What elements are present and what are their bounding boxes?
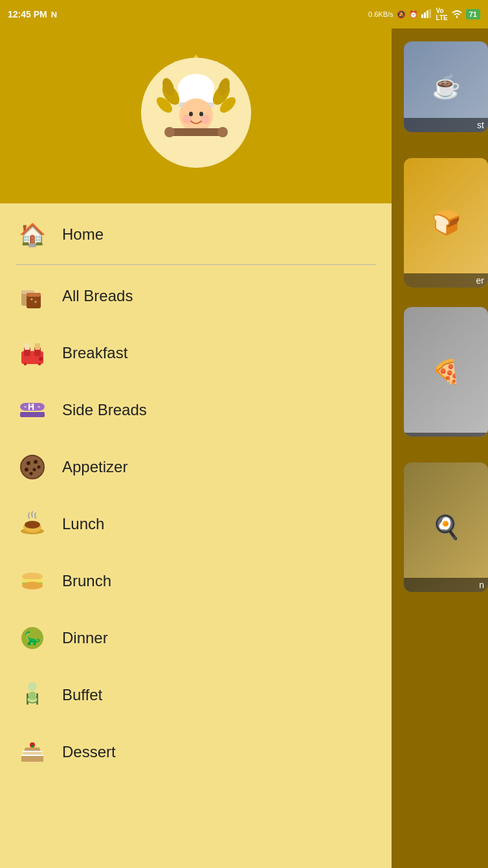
card2-label: er <box>404 273 488 288</box>
svg-point-45 <box>34 460 38 464</box>
svg-point-33 <box>39 357 43 361</box>
time: 12:45 PM <box>8 9 47 19</box>
alarm-icon: ⏰ <box>409 10 418 19</box>
svg-rect-1 <box>424 12 426 18</box>
svg-point-59 <box>28 682 37 691</box>
nav-item-brunch[interactable]: Brunch <box>0 553 392 610</box>
svg-point-44 <box>27 461 30 465</box>
buffet-icon <box>16 678 49 712</box>
battery-indicator: 71 <box>466 9 480 19</box>
nav-item-home[interactable]: 🏠 Home <box>0 203 392 262</box>
nav-item-dinner[interactable]: 🦕 Dinner <box>0 610 392 667</box>
home-icon: 🏠 <box>16 218 49 251</box>
right-panel: ☕ st 🍞 er 🍕 🍳 n <box>392 29 488 868</box>
svg-point-27 <box>35 301 37 303</box>
volte-label: VoLTE <box>436 7 448 21</box>
nav-item-dessert[interactable]: Dessert <box>0 724 392 781</box>
svg-rect-65 <box>29 692 36 700</box>
nav-label-all-breads: All Breads <box>62 287 133 305</box>
nav-item-side-breads[interactable]: H Side Breads <box>0 382 392 439</box>
brunch-icon <box>16 564 49 598</box>
right-card-4: 🍳 n <box>404 463 488 592</box>
svg-point-26 <box>31 299 33 301</box>
sidebar-header <box>0 29 392 203</box>
svg-rect-3 <box>429 9 431 18</box>
nav-label-breakfast: Breakfast <box>62 344 128 362</box>
status-right: 0.6KB/s 🔕 ⏰ VoLTE 71 <box>368 7 480 21</box>
dessert-icon <box>16 735 49 769</box>
status-left: 12:45 PM N <box>8 9 57 19</box>
svg-rect-34 <box>24 363 27 365</box>
nav-label-side-breads: Side Breads <box>62 401 147 419</box>
svg-point-52 <box>25 521 40 529</box>
card2-emoji: 🍞 <box>432 209 461 236</box>
card1-emoji: ☕ <box>432 73 461 100</box>
svg-point-39 <box>24 406 27 408</box>
svg-rect-38 <box>20 412 45 417</box>
nav-item-appetizer[interactable]: Appetizer <box>0 439 392 496</box>
svg-point-15 <box>217 127 228 137</box>
right-card-3: 🍕 <box>404 307 488 437</box>
nav-item-buffet[interactable]: Buffet <box>0 667 392 724</box>
status-bar: 12:45 PM N 0.6KB/s 🔕 ⏰ VoLTE 71 <box>0 0 488 29</box>
svg-point-12 <box>199 112 203 117</box>
card3-label <box>404 433 488 437</box>
lunch-icon <box>16 507 49 541</box>
silent-icon: 🔕 <box>397 10 406 19</box>
svg-point-14 <box>164 127 175 137</box>
card1-label: st <box>404 118 488 132</box>
svg-rect-25 <box>27 293 41 297</box>
svg-rect-13 <box>170 128 223 136</box>
nav-item-lunch[interactable]: Lunch <box>0 496 392 553</box>
svg-rect-35 <box>38 363 41 365</box>
dinner-icon: 🦕 <box>16 621 49 655</box>
svg-point-40 <box>30 404 33 406</box>
nav-label-lunch: Lunch <box>62 515 104 533</box>
svg-rect-31 <box>25 343 30 350</box>
svg-rect-0 <box>421 14 423 18</box>
svg-point-11 <box>189 112 193 117</box>
breakfast-icon <box>16 336 49 370</box>
nav-item-breakfast[interactable]: Breakfast <box>0 325 392 382</box>
speed: 0.6KB/s <box>368 10 394 18</box>
wifi-icon <box>451 9 463 19</box>
signal-bars <box>421 9 433 19</box>
nav-label-home: Home <box>62 225 104 244</box>
svg-point-8 <box>179 98 213 132</box>
sidebar: 🏠 Home All Breads <box>0 29 392 868</box>
sidebar-nav: 🏠 Home All Breads <box>0 203 392 868</box>
nav-divider <box>16 264 376 265</box>
nav-item-all-breads[interactable]: All Breads <box>0 268 392 325</box>
svg-marker-66 <box>21 755 43 762</box>
svg-text:H: H <box>28 402 34 412</box>
card3-emoji: 🍕 <box>432 358 461 385</box>
nav-label-buffet: Buffet <box>62 686 102 704</box>
svg-point-46 <box>25 468 28 472</box>
svg-text:🦕: 🦕 <box>25 630 41 646</box>
all-breads-icon <box>16 279 49 313</box>
svg-rect-32 <box>35 343 40 350</box>
svg-point-47 <box>33 468 36 472</box>
card4-emoji: 🍳 <box>432 514 461 541</box>
side-breads-icon: H <box>16 393 49 427</box>
nav-label-brunch: Brunch <box>62 572 111 590</box>
appetizer-icon <box>16 450 49 484</box>
app-logo <box>128 48 264 184</box>
svg-point-49 <box>38 466 41 469</box>
svg-point-48 <box>30 472 33 475</box>
nav-label-dessert: Dessert <box>62 743 116 761</box>
right-card-2: 🍞 er <box>404 158 488 288</box>
right-card-1: ☕ st <box>404 41 488 132</box>
network-icon: N <box>51 10 57 19</box>
svg-rect-2 <box>427 10 428 18</box>
svg-point-56 <box>22 582 43 589</box>
card4-label: n <box>404 578 488 592</box>
nav-label-appetizer: Appetizer <box>62 458 128 476</box>
nav-label-dinner: Dinner <box>62 629 108 647</box>
svg-point-41 <box>38 406 40 408</box>
